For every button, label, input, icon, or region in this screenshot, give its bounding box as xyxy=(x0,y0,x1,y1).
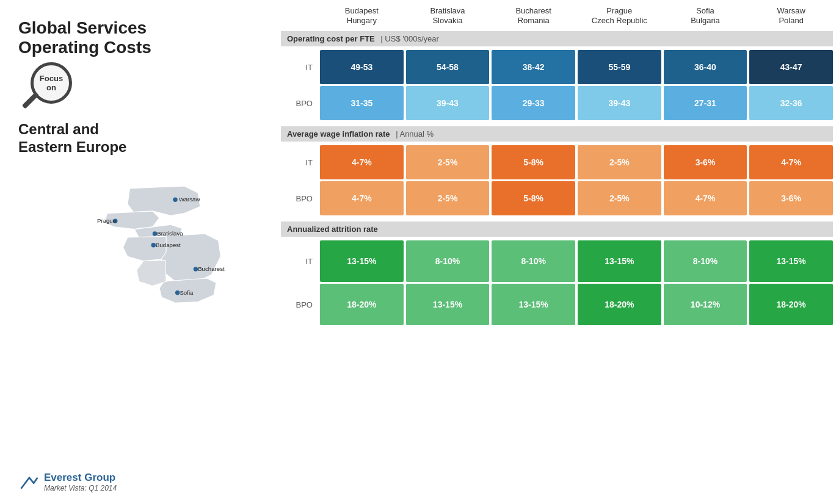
cell-budapest-bpo-cost: 31-35 xyxy=(320,86,404,120)
warsaw-dot xyxy=(173,198,177,202)
cell-bucharest-it-attr: 8-10% xyxy=(492,240,575,282)
row-label-it-1: IT xyxy=(281,63,318,72)
wage-inflation-rows: IT 4-7% 2-5% 5-8% 2-5% 3-6% 4-7% BPO 4-7… xyxy=(281,143,833,218)
section-header-attrition: Annualized attrition rate xyxy=(281,221,833,237)
cell-sofia-bpo-wage: 4-7% xyxy=(664,181,747,215)
magnifier-glass: Focuson xyxy=(31,62,72,104)
section-header-operating-cost: Operating cost per FTE | US$ '000s/year xyxy=(281,31,833,46)
cell-sofia-it-attr: 8-10% xyxy=(664,240,747,282)
cell-warsaw-it-cost: 43-47 xyxy=(749,50,833,84)
cell-bucharest-it-wage: 5-8% xyxy=(492,145,575,179)
row-label-it-2: IT xyxy=(281,158,318,167)
cell-bratislava-bpo-wage: 2-5% xyxy=(406,181,490,215)
svg-text:Sofia: Sofia xyxy=(180,289,194,296)
attrition-bpo-row: BPO 18-20% 13-15% 13-15% 18-20% 10-12% 1… xyxy=(281,284,833,325)
operating-cost-it-row: IT 49-53 54-58 38-42 55-59 36-40 43-47 xyxy=(281,50,833,84)
cell-bratislava-bpo-cost: 39-43 xyxy=(406,86,490,120)
focus-label: Focuson xyxy=(40,74,63,93)
svg-text:Bucharest: Bucharest xyxy=(198,265,225,272)
bucharest-dot xyxy=(194,267,198,271)
europe-map: Warsaw Prague Bratislava Budapest Buchar… xyxy=(18,161,250,356)
cell-budapest-it-attr: 13-15% xyxy=(320,240,404,282)
col-header-sofia: SofiaBulgaria xyxy=(664,6,747,25)
cell-bratislava-it-cost: 54-58 xyxy=(406,50,490,84)
section-subtitle-wage-inflation: | Annual % xyxy=(394,129,434,139)
col-header-prague: PragueCzech Republic xyxy=(578,6,661,25)
row-label-bpo-2: BPO xyxy=(281,194,318,203)
everest-logo: Everest Group Market Vista: Q1 2014 xyxy=(18,471,117,493)
section-subtitle-operating-cost: | US$ '000s/year xyxy=(379,34,439,43)
cell-bucharest-bpo-attr: 13-15% xyxy=(492,284,575,325)
cell-bucharest-bpo-cost: 29-33 xyxy=(492,86,575,120)
svg-text:Warsaw: Warsaw xyxy=(179,196,200,203)
everest-logo-icon xyxy=(18,471,40,493)
column-headers: BudapestHungary BratislavaSlovakia Bucha… xyxy=(281,0,833,29)
section-operating-cost: Operating cost per FTE | US$ '000s/year … xyxy=(281,29,833,123)
cell-sofia-bpo-attr: 10-12% xyxy=(664,284,747,325)
cell-bratislava-bpo-attr: 13-15% xyxy=(406,284,490,325)
sub-title: Central andEastern Europe xyxy=(18,121,269,156)
cell-bucharest-bpo-wage: 5-8% xyxy=(492,181,575,215)
bratislava-dot xyxy=(153,231,157,236)
section-title-operating-cost: Operating cost per FTE xyxy=(287,34,375,43)
attrition-it-row: IT 13-15% 8-10% 8-10% 13-15% 8-10% 13-15… xyxy=(281,240,833,282)
operating-cost-rows: IT 49-53 54-58 38-42 55-59 36-40 43-47 B… xyxy=(281,48,833,123)
cell-prague-bpo-wage: 2-5% xyxy=(578,181,661,215)
magnifier-area: Focuson xyxy=(24,62,269,117)
section-title-wage-inflation: Average wage inflation rate xyxy=(287,129,390,139)
cell-prague-bpo-cost: 39-43 xyxy=(578,86,661,120)
cell-sofia-it-cost: 36-40 xyxy=(664,50,747,84)
operating-cost-bpo-row: BPO 31-35 39-43 29-33 39-43 27-31 32-36 xyxy=(281,86,833,120)
budapest-dot xyxy=(151,243,156,247)
col-header-bucharest: BucharestRomania xyxy=(492,6,575,25)
cell-budapest-bpo-wage: 4-7% xyxy=(320,181,404,215)
map-area: Warsaw Prague Bratislava Budapest Buchar… xyxy=(18,161,269,359)
attrition-rows: IT 13-15% 8-10% 8-10% 13-15% 8-10% 13-15… xyxy=(281,238,833,328)
wage-inflation-it-row: IT 4-7% 2-5% 5-8% 2-5% 3-6% 4-7% xyxy=(281,145,833,179)
svg-text:Bratislava: Bratislava xyxy=(157,230,183,237)
cell-prague-it-wage: 2-5% xyxy=(578,145,661,179)
section-title-attrition: Annualized attrition rate xyxy=(287,225,378,234)
cell-budapest-it-cost: 49-53 xyxy=(320,50,404,84)
right-panel: BudapestHungary BratislavaSlovakia Bucha… xyxy=(281,0,839,504)
svg-text:Prague: Prague xyxy=(97,217,116,224)
cell-budapest-bpo-attr: 18-20% xyxy=(320,284,404,325)
cell-warsaw-bpo-attr: 18-20% xyxy=(749,284,833,325)
footer: Everest Group Market Vista: Q1 2014 xyxy=(18,471,269,498)
section-wage-inflation: Average wage inflation rate | Annual % I… xyxy=(281,124,833,218)
logo-company: Everest Group xyxy=(44,472,117,484)
row-label-bpo-1: BPO xyxy=(281,99,318,108)
cell-bratislava-it-wage: 2-5% xyxy=(406,145,490,179)
magnifier-icon: Focuson xyxy=(24,62,79,117)
row-label-bpo-3: BPO xyxy=(281,300,318,309)
cell-warsaw-it-attr: 13-15% xyxy=(749,240,833,282)
col-header-warsaw: WarsawPoland xyxy=(749,6,833,25)
magnifier-handle xyxy=(22,92,39,109)
main-title: Global ServicesOperating Costs xyxy=(18,18,269,57)
cell-sofia-bpo-cost: 27-31 xyxy=(664,86,747,120)
cell-warsaw-bpo-wage: 3-6% xyxy=(749,181,833,215)
col-header-budapest: BudapestHungary xyxy=(320,6,404,25)
left-panel: Global ServicesOperating Costs Focuson C… xyxy=(0,0,281,504)
sofia-dot xyxy=(175,290,180,295)
wage-inflation-bpo-row: BPO 4-7% 2-5% 5-8% 2-5% 4-7% 3-6% xyxy=(281,181,833,215)
cell-warsaw-bpo-cost: 32-36 xyxy=(749,86,833,120)
cell-prague-it-attr: 13-15% xyxy=(578,240,661,282)
col-header-bratislava: BratislavaSlovakia xyxy=(406,6,490,25)
row-label-it-3: IT xyxy=(281,257,318,266)
cell-bratislava-it-attr: 8-10% xyxy=(406,240,490,282)
svg-text:Budapest: Budapest xyxy=(156,242,181,248)
section-attrition: Annualized attrition rate IT 13-15% 8-10… xyxy=(281,219,833,328)
cell-budapest-it-wage: 4-7% xyxy=(320,145,404,179)
logo-tagline: Market Vista: Q1 2014 xyxy=(44,484,117,492)
cell-warsaw-it-wage: 4-7% xyxy=(749,145,833,179)
section-header-wage-inflation: Average wage inflation rate | Annual % xyxy=(281,126,833,142)
cell-prague-bpo-attr: 18-20% xyxy=(578,284,661,325)
cell-prague-it-cost: 55-59 xyxy=(578,50,661,84)
cell-bucharest-it-cost: 38-42 xyxy=(492,50,575,84)
cell-sofia-it-wage: 3-6% xyxy=(664,145,747,179)
